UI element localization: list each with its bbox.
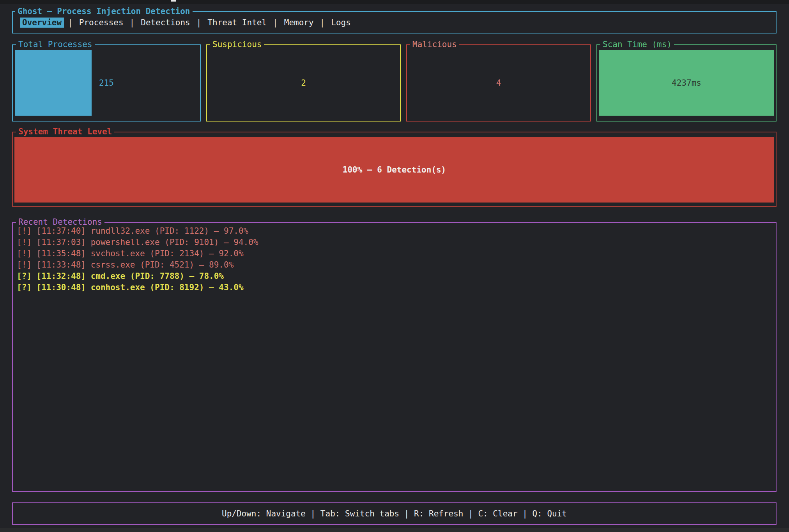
tab-overview[interactable]: Overview [20, 18, 64, 28]
detection-row[interactable]: [!] [11:37:03] powershell.exe (PID: 9101… [17, 237, 772, 248]
threat-level-gauge: 100% — 6 Detection(s) [14, 137, 774, 203]
tab-separator: | [269, 18, 282, 27]
malicious-gauge: 4 [409, 50, 588, 116]
total-processes-title: Total Processes [16, 39, 95, 49]
threat-level-title: System Threat Level [16, 127, 114, 137]
tab-detections[interactable]: Detections [138, 18, 192, 28]
total-processes-panel: Total Processes 215 [12, 44, 201, 122]
suspicious-title: Suspicious [210, 39, 264, 49]
keyboard-shortcuts-help: Up/Down: Navigate | Tab: Switch tabs | R… [13, 503, 776, 524]
malicious-panel: Malicious 4 [406, 44, 591, 122]
scan-time-title: Scan Time (ms) [600, 39, 674, 49]
tab-separator: | [193, 18, 205, 27]
tab-logs[interactable]: Logs [329, 18, 353, 28]
malicious-value: 4 [409, 50, 588, 116]
tab-memory[interactable]: Memory [282, 18, 316, 28]
detections-list: [!] [11:37:40] rundll32.exe (PID: 1122) … [17, 225, 772, 293]
tab-separator: | [64, 18, 77, 27]
suspicious-gauge: 2 [209, 50, 398, 116]
scan-time-gauge: 4237ms [599, 50, 774, 116]
screen-top-edge [0, 0, 789, 4]
suspicious-panel: Suspicious 2 [206, 44, 401, 122]
detection-row[interactable]: [?] [11:32:48] cmd.exe (PID: 7788) — 78.… [17, 271, 772, 282]
scan-time-panel: Scan Time (ms) 4237ms [596, 44, 777, 122]
recent-detections-panel: Recent Detections [!] [11:37:40] rundll3… [12, 222, 777, 492]
detection-row[interactable]: [!] [11:37:40] rundll32.exe (PID: 1122) … [17, 225, 772, 237]
detection-row[interactable]: [!] [11:33:48] csrss.exe (PID: 4521) — 8… [17, 259, 772, 271]
malicious-title: Malicious [410, 39, 459, 49]
detection-row[interactable]: [?] [11:30:48] conhost.exe (PID: 8192) —… [17, 282, 772, 293]
tab-separator: | [126, 18, 139, 27]
threat-level-panel: System Threat Level 100% — 6 Detection(s… [12, 132, 777, 207]
scan-time-value: 4237ms [599, 50, 774, 116]
status-bar: Up/Down: Navigate | Tab: Switch tabs | R… [12, 502, 777, 525]
suspicious-value: 2 [209, 50, 398, 116]
terminal-screen: Ghost — Process Injection Detection Over… [0, 0, 789, 532]
tab-separator: | [316, 18, 329, 27]
threat-level-value: 100% — 6 Detection(s) [14, 137, 774, 203]
tab-row: Overview | Processes | Detections | Thre… [20, 12, 353, 33]
detection-row[interactable]: [!] [11:35:48] svchost.exe (PID: 2134) —… [17, 248, 772, 259]
screen-bottom-edge [0, 528, 789, 532]
total-processes-value: 215 [15, 50, 198, 116]
top-edge-artifact [171, 0, 176, 2]
tab-threat-intel[interactable]: Threat Intel [205, 18, 269, 28]
tab-bar-panel: Ghost — Process Injection Detection Over… [12, 11, 777, 33]
total-processes-gauge: 215 [15, 50, 198, 116]
tab-processes[interactable]: Processes [77, 18, 126, 28]
